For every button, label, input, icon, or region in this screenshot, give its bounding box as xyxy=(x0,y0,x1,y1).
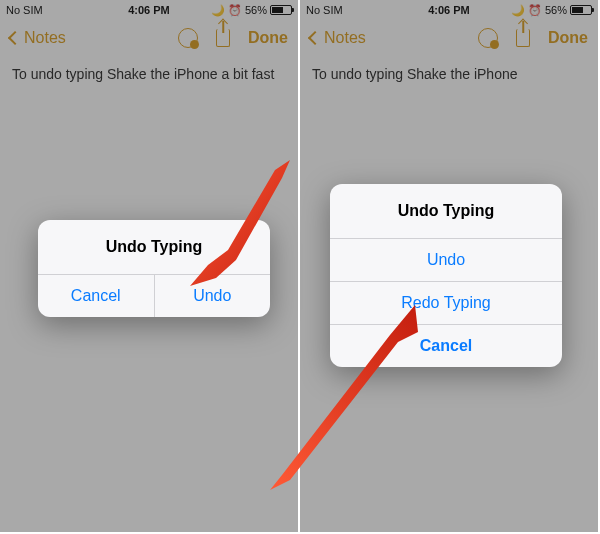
phone-right: No SIM 4:06 PM 🌙 ⏰ 56% Notes Done To und… xyxy=(300,0,598,532)
battery-icon xyxy=(570,5,592,15)
cancel-button[interactable]: Cancel xyxy=(38,275,154,317)
note-content[interactable]: To undo typing Shake the iPhone a bit fa… xyxy=(0,58,298,90)
back-button[interactable]: Notes xyxy=(10,29,66,47)
chevron-left-icon xyxy=(8,31,22,45)
clock-label: 4:06 PM xyxy=(300,4,598,16)
add-people-icon[interactable] xyxy=(478,28,498,48)
redo-button[interactable]: Redo Typing xyxy=(330,282,562,324)
status-bar: No SIM 4:06 PM 🌙 ⏰ 56% xyxy=(300,0,598,18)
dialog-title: Undo Typing xyxy=(330,184,562,238)
clock-label: 4:06 PM xyxy=(0,4,298,16)
undo-dialog: Undo Typing Undo Redo Typing Cancel xyxy=(330,184,562,367)
share-icon[interactable] xyxy=(216,29,230,47)
dialog-title: Undo Typing xyxy=(38,220,270,274)
nav-toolbar: Notes Done xyxy=(0,18,298,58)
note-content[interactable]: To undo typing Shake the iPhone xyxy=(300,58,598,90)
battery-icon xyxy=(270,5,292,15)
undo-button[interactable]: Undo xyxy=(154,275,271,317)
undo-dialog: Undo Typing Cancel Undo xyxy=(38,220,270,317)
cancel-button[interactable]: Cancel xyxy=(330,325,562,367)
back-label: Notes xyxy=(324,29,366,47)
nav-toolbar: Notes Done xyxy=(300,18,598,58)
undo-button[interactable]: Undo xyxy=(330,239,562,281)
add-people-icon[interactable] xyxy=(178,28,198,48)
done-button[interactable]: Done xyxy=(548,29,588,47)
chevron-left-icon xyxy=(308,31,322,45)
back-label: Notes xyxy=(24,29,66,47)
back-button[interactable]: Notes xyxy=(310,29,366,47)
status-bar: No SIM 4:06 PM 🌙 ⏰ 56% xyxy=(0,0,298,18)
done-button[interactable]: Done xyxy=(248,29,288,47)
phone-left: No SIM 4:06 PM 🌙 ⏰ 56% Notes Done To und… xyxy=(0,0,298,532)
share-icon[interactable] xyxy=(516,29,530,47)
